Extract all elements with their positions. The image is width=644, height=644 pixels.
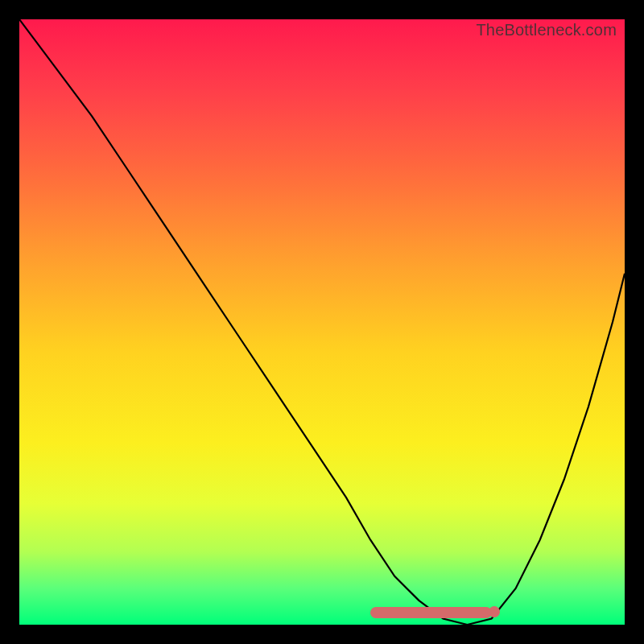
optimal-end-dot [489,606,500,617]
bottleneck-curve [19,19,625,625]
chart-plot-area: TheBottleneck.com [19,19,625,625]
curve-path [19,19,625,625]
chart-frame: TheBottleneck.com [0,0,644,644]
optimal-range-marker [370,607,491,618]
